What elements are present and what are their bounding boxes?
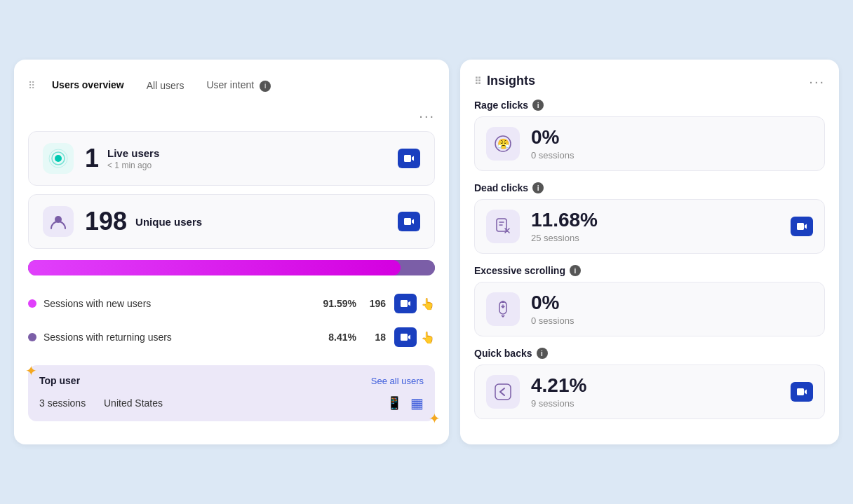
top-user-row: 3 sessions United States 📱 ▦ bbox=[39, 395, 424, 411]
user-intent-info-icon: i bbox=[260, 81, 271, 92]
dead-clicks-value: 11.68% 25 sessions bbox=[531, 210, 791, 243]
rage-clicks-card: 😤 0% 0 sessions bbox=[474, 116, 825, 171]
svg-text:😤: 😤 bbox=[497, 138, 510, 150]
new-users-label: Sessions with new users bbox=[43, 298, 321, 309]
insights-more-options-button[interactable]: ··· bbox=[809, 74, 825, 88]
tab-users-overview[interactable]: Users overview bbox=[41, 74, 135, 97]
live-users-icon bbox=[43, 143, 74, 174]
unique-users-label: Unique users bbox=[135, 216, 398, 228]
excessive-scrolling-title: Excessive scrolling i bbox=[474, 265, 825, 276]
unique-users-video-button[interactable] bbox=[398, 212, 420, 231]
dead-clicks-section: Dead clicks i 11.68% 25 sessions bbox=[474, 182, 825, 254]
returning-users-dot bbox=[28, 333, 36, 341]
dashboard: ⠿ Users overview All users User intent i… bbox=[14, 60, 839, 444]
new-users-bar bbox=[28, 260, 401, 275]
quick-backs-title: Quick backs i bbox=[474, 348, 825, 359]
unique-users-icon bbox=[43, 206, 74, 237]
live-users-card: 1 Live users < 1 min ago bbox=[28, 131, 435, 186]
panel-header: ··· bbox=[28, 109, 435, 123]
sparkle-bottom-right-icon: ✦ bbox=[429, 410, 441, 427]
top-user-details-icon[interactable]: ▦ bbox=[410, 395, 424, 411]
top-user-section: ✦ Top user See all users 3 sessions Unit… bbox=[28, 365, 435, 421]
unique-users-count: 198 bbox=[85, 209, 127, 234]
top-user-header: Top user See all users bbox=[39, 375, 424, 386]
drag-handle-icon: ⠿ bbox=[28, 80, 35, 91]
rage-clicks-value: 0% 0 sessions bbox=[531, 127, 813, 161]
svg-point-0 bbox=[55, 155, 62, 162]
quick-backs-info-icon: i bbox=[537, 348, 548, 359]
new-users-count: 196 bbox=[365, 298, 386, 309]
progress-track bbox=[28, 260, 435, 275]
excessive-scrolling-info-icon: i bbox=[570, 265, 581, 276]
top-user-country: United States bbox=[104, 397, 378, 409]
returning-users-label: Sessions with returning users bbox=[43, 332, 321, 343]
dead-clicks-card: 11.68% 25 sessions bbox=[474, 199, 825, 254]
returning-users-video-button[interactable] bbox=[394, 327, 417, 347]
insights-header: ⠿ Insights ··· bbox=[474, 74, 825, 88]
top-user-sessions: 3 sessions bbox=[39, 397, 95, 409]
excessive-scrolling-value: 0% 0 sessions bbox=[531, 292, 813, 326]
returning-users-filter-icon[interactable]: 👆 bbox=[421, 331, 435, 344]
excessive-scrolling-section: Excessive scrolling i 0% 0 sessions bbox=[474, 265, 825, 336]
new-users-actions: 👆 bbox=[394, 294, 435, 313]
new-users-dot bbox=[28, 299, 36, 308]
quick-backs-section: Quick backs i 4.21% 9 sessions bbox=[474, 348, 825, 419]
live-users-count: 1 bbox=[85, 146, 99, 171]
mobile-device-icon: 📱 bbox=[387, 395, 402, 411]
new-users-pct: 91.59% bbox=[321, 298, 356, 309]
top-user-title: Top user bbox=[39, 375, 80, 386]
quick-backs-value: 4.21% 9 sessions bbox=[531, 375, 791, 409]
quick-backs-card: 4.21% 9 sessions bbox=[474, 365, 825, 419]
new-users-video-button[interactable] bbox=[394, 294, 417, 313]
new-users-filter-icon[interactable]: 👆 bbox=[421, 297, 435, 311]
svg-rect-8 bbox=[495, 384, 511, 400]
unique-users-card: 198 Unique users bbox=[28, 194, 435, 249]
tab-all-users[interactable]: All users bbox=[135, 74, 196, 97]
sessions-progress-bar bbox=[28, 260, 435, 275]
more-options-button[interactable]: ··· bbox=[419, 109, 435, 123]
excessive-scrolling-card: 0% 0 sessions bbox=[474, 282, 825, 336]
returning-users-actions: 👆 bbox=[394, 327, 435, 347]
rage-clicks-icon: 😤 bbox=[486, 127, 520, 161]
live-users-label: Live users < 1 min ago bbox=[107, 147, 398, 170]
sparkle-top-left-icon: ✦ bbox=[25, 362, 37, 379]
insights-title-bar: ⠿ Insights bbox=[474, 74, 535, 88]
tab-user-intent[interactable]: User intent i bbox=[195, 74, 282, 97]
quick-backs-icon bbox=[486, 375, 520, 409]
tabs-bar: ⠿ Users overview All users User intent i bbox=[28, 74, 435, 97]
dead-clicks-icon bbox=[486, 210, 520, 243]
returning-users-pct: 8.41% bbox=[321, 332, 356, 343]
users-overview-panel: ⠿ Users overview All users User intent i… bbox=[14, 60, 449, 444]
see-all-users-link[interactable]: See all users bbox=[371, 376, 424, 386]
returning-users-bar bbox=[401, 260, 435, 275]
insights-panel: ⠿ Insights ··· Rage clicks i 😤 0% bbox=[460, 60, 839, 444]
rage-clicks-info-icon: i bbox=[532, 100, 544, 111]
rage-clicks-section: Rage clicks i 😤 0% 0 sessions bbox=[474, 100, 825, 171]
new-users-session-row: Sessions with new users 91.59% 196 👆 bbox=[28, 287, 435, 320]
returning-users-count: 18 bbox=[365, 332, 386, 343]
insights-drag-handle-icon: ⠿ bbox=[474, 76, 481, 87]
live-users-video-button[interactable] bbox=[398, 149, 420, 168]
dead-clicks-video-button[interactable] bbox=[791, 217, 813, 236]
returning-users-session-row: Sessions with returning users 8.41% 18 👆 bbox=[28, 320, 435, 354]
dead-clicks-info-icon: i bbox=[532, 182, 544, 193]
insights-title-text: Insights bbox=[487, 74, 535, 88]
dead-clicks-title: Dead clicks i bbox=[474, 182, 825, 193]
quick-backs-video-button[interactable] bbox=[791, 382, 813, 402]
excessive-scrolling-icon bbox=[486, 292, 520, 326]
rage-clicks-title: Rage clicks i bbox=[474, 100, 825, 111]
